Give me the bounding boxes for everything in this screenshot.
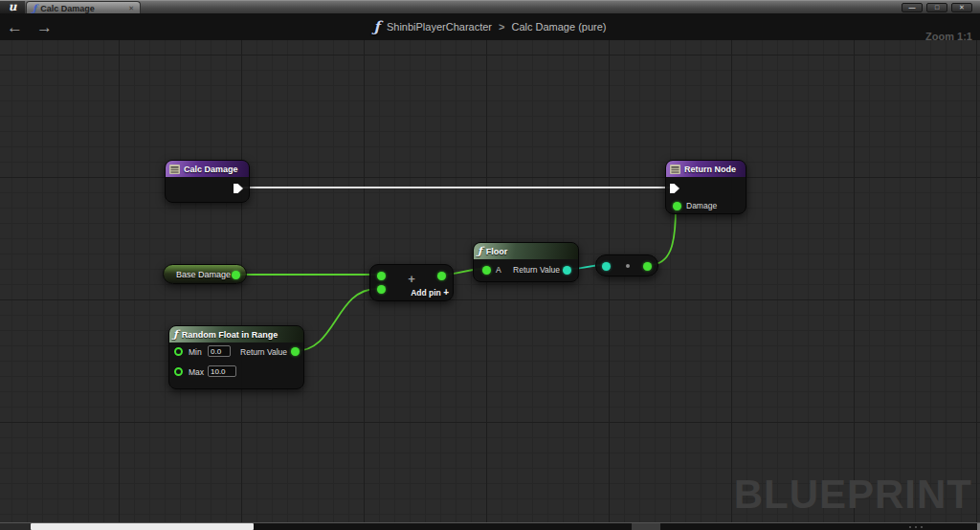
- resize-grip-icon: [909, 526, 911, 528]
- breadcrumb: ƒ ShinbiPlayerCharacter > Calc Damage (p…: [0, 13, 980, 40]
- close-button[interactable]: ✕: [951, 3, 972, 12]
- tab-calc-damage[interactable]: ƒ Calc Damage ✕: [26, 1, 141, 14]
- node-header: ƒ Random Float in Range: [169, 326, 303, 342]
- add-operator-icon: +: [370, 273, 453, 285]
- unreal-logo-icon: u: [0, 1, 25, 14]
- exec-output-pin[interactable]: [233, 183, 244, 194]
- node-title: Calc Damage: [184, 165, 238, 174]
- maximize-button[interactable]: □: [926, 3, 947, 12]
- node-header: ƒ Floor: [474, 243, 578, 259]
- exec-input-pin[interactable]: [669, 183, 680, 194]
- function-icon: ƒ: [374, 18, 380, 35]
- tab-title: Calc Damage: [40, 4, 124, 13]
- forward-button[interactable]: →: [30, 19, 59, 35]
- min-value-input[interactable]: [208, 345, 231, 357]
- node-base-damage[interactable]: Base Damage: [163, 264, 247, 284]
- value-output-pin[interactable]: [232, 271, 240, 279]
- function-icon: ƒ: [478, 247, 482, 256]
- pin-label: Return Value: [240, 347, 287, 357]
- scrollbar-thumb[interactable]: [31, 523, 254, 530]
- breadcrumb-parent[interactable]: ShinbiPlayerCharacter: [387, 21, 492, 33]
- back-button[interactable]: ←: [0, 19, 30, 35]
- min-input-pin[interactable]: [174, 347, 183, 356]
- floor-input-pin-a[interactable]: [482, 266, 491, 275]
- pin-label: Min: [189, 347, 202, 357]
- node-title: Random Float in Range: [182, 330, 278, 340]
- max-input-pin[interactable]: [174, 367, 183, 376]
- node-title: Floor: [486, 247, 508, 256]
- damage-input-pin[interactable]: [673, 202, 681, 210]
- conversion-dot-icon: [626, 264, 630, 268]
- node-add[interactable]: + Add pin +: [369, 264, 454, 301]
- function-icon: ƒ: [33, 4, 36, 13]
- scrollbar-left-cap: [0, 523, 31, 530]
- function-icon: ƒ: [173, 330, 178, 340]
- pin-label: A: [496, 265, 501, 275]
- node-header: Calc Damage: [166, 161, 249, 177]
- node-return[interactable]: Return Node Damage: [665, 160, 746, 214]
- node-floor[interactable]: ƒ Floor A Return Value: [473, 242, 579, 282]
- resize-grip-icon: [921, 526, 923, 528]
- plus-icon: +: [443, 287, 449, 298]
- resize-grip-icon: [915, 526, 917, 528]
- horizontal-scrollbar[interactable]: [0, 523, 980, 530]
- minimize-button[interactable]: —: [902, 3, 923, 12]
- node-header: Return Node: [666, 161, 746, 177]
- blueprint-watermark: BLUEPRINT: [734, 475, 972, 515]
- pin-label: Damage: [686, 201, 717, 210]
- scrollbar-segment: [632, 523, 660, 530]
- title-bar: u ƒ Calc Damage ✕ — □ ✕: [0, 0, 980, 13]
- return-value-output-pin[interactable]: [291, 347, 300, 356]
- breadcrumb-current: Calc Damage (pure): [511, 21, 606, 33]
- add-pin-button[interactable]: Add pin +: [370, 287, 449, 298]
- floor-output-pin[interactable]: [563, 266, 571, 275]
- node-calc-damage[interactable]: Calc Damage: [165, 160, 250, 203]
- add-pin-label: Add pin: [411, 288, 443, 298]
- variable-name: Base Damage: [176, 270, 231, 279]
- node-int-to-float-convert[interactable]: [595, 254, 658, 276]
- pin-label: Max: [189, 367, 204, 377]
- tab-close-icon[interactable]: ✕: [128, 5, 134, 11]
- function-entry-icon: [169, 165, 180, 174]
- convert-input-pin[interactable]: [602, 262, 611, 271]
- function-result-icon: [670, 165, 680, 174]
- node-random-float-in-range[interactable]: ƒ Random Float in Range Min Return Value…: [168, 325, 304, 389]
- chevron-right-icon: >: [499, 21, 504, 33]
- max-value-input[interactable]: [208, 365, 236, 377]
- pin-label: Return Value: [513, 265, 560, 275]
- convert-output-pin[interactable]: [643, 262, 652, 271]
- window-controls: — □ ✕: [902, 3, 972, 12]
- blueprint-editor-window: u ƒ Calc Damage ✕ — □ ✕ ← → ƒ ShinbiPlay…: [0, 0, 980, 530]
- node-title: Return Node: [684, 165, 736, 174]
- breadcrumb-bar: ← → ƒ ShinbiPlayerCharacter > Calc Damag…: [0, 13, 980, 40]
